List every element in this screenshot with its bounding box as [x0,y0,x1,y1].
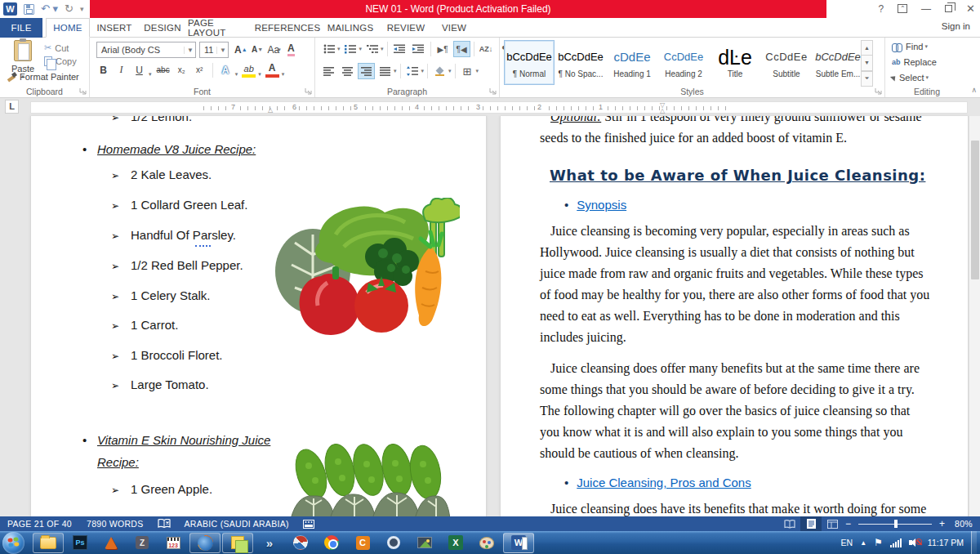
tab-references[interactable]: REFERENCES [255,18,320,38]
underline-button[interactable]: U [132,62,146,78]
zoom-in-button[interactable]: + [937,518,947,529]
list-item[interactable]: ➢1 Carrot. [111,318,178,332]
find-button[interactable]: Find▾ [892,42,928,51]
paragraph-dialog-launcher-icon[interactable] [489,87,497,96]
select-button[interactable]: Select▾ [892,73,929,83]
subscript-button[interactable]: x₂ [175,62,189,78]
network-signal-icon[interactable] [890,538,902,547]
left-to-right-button[interactable]: ▶¶ [434,41,452,57]
clock[interactable]: 11:17 PM [928,538,964,547]
strikethrough-button[interactable]: abc [156,62,171,78]
tab-design[interactable]: DESIGN [139,18,186,38]
synopsis-link[interactable]: Synopsis [577,198,626,212]
word-count[interactable]: 7890 WORDS [79,519,151,529]
spinach-image[interactable] [291,441,450,516]
align-left-button[interactable] [320,63,337,79]
body-paragraph-3[interactable]: Juice cleansing does have its benefits t… [540,498,930,516]
word-logo-icon[interactable]: W [3,2,17,16]
pros-cons-link[interactable]: Juice Cleansing, Pros and Cons [577,476,751,489]
proofing-errors-icon[interactable] [151,519,177,529]
bullet-list-button[interactable] [320,41,337,57]
align-right-button[interactable] [358,63,375,79]
ribbon-display-options-icon[interactable] [898,4,907,13]
zoom-slider-thumb[interactable] [894,520,898,528]
list-item[interactable]: ➢2 Kale Leaves. [111,168,212,181]
sort-button[interactable]: AZ↓ [478,41,495,57]
list-item[interactable]: ➢Handful Of Parsley. [111,228,236,242]
style-title[interactable]: dĿe Title [710,40,760,85]
zoom-slider[interactable] [858,516,932,531]
page-indicator[interactable]: PAGE 21 OF 40 [0,519,79,529]
input-language-indicator[interactable]: EN [841,538,853,547]
taskbar-sticky-notes-button[interactable] [222,533,253,553]
styles-scroll-down-icon[interactable]: ▼ [862,56,872,70]
shrink-font-button[interactable]: A▼ [251,42,265,57]
tab-insert[interactable]: INSERT [91,18,137,38]
style-heading1[interactable]: cDdEe Heading 1 [607,40,657,85]
font-name-combo[interactable]: Arial (Body CS▼ [96,42,196,58]
show-desktop-button[interactable] [971,531,977,554]
change-case-button[interactable]: Aa▾ [267,42,282,57]
align-center-button[interactable] [339,63,356,79]
taskbar-matlab-button[interactable] [96,532,127,553]
clipboard-dialog-launcher-icon[interactable] [79,87,87,96]
list-item[interactable]: ➢1 Celery Stalk. [111,288,211,302]
synopsis-link-row[interactable]: •Synopsis [564,198,626,212]
web-layout-button[interactable] [822,516,843,531]
multilevel-list-button[interactable] [363,41,381,57]
save-icon[interactable] [24,4,34,15]
style-normal[interactable]: bCcDdEe ¶ Normal [504,40,555,85]
close-button[interactable]: ✕ [966,2,975,15]
help-button[interactable]: ? [878,3,884,15]
vegetables-image[interactable] [270,198,460,338]
replace-button[interactable]: ab Replace [892,57,937,67]
font-size-combo[interactable]: 11▼ [199,42,229,58]
read-mode-button[interactable] [779,516,800,531]
start-button[interactable] [2,532,24,554]
tab-file[interactable]: FILE [0,18,42,38]
style-subtitle[interactable]: CcDdEe Subtitle [761,40,812,85]
body-paragraph-1[interactable]: Juice cleansing is becoming very popular… [540,221,930,348]
list-item[interactable]: ➢Large Tomato. [111,378,209,391]
tab-mailings[interactable]: MAILINGS [322,18,379,38]
copy-button[interactable]: Copy [44,56,77,66]
tab-review[interactable]: REVIEW [381,18,431,38]
customize-qat-icon[interactable]: ▾ [80,2,84,16]
section-heading[interactable]: What to be Aware of When Juice Cleansing… [550,167,925,184]
list-item[interactable]: ➢1 Broccoli Floret. [111,348,223,362]
styles-scroll-up-icon[interactable]: ▲ [862,41,872,56]
cut-button[interactable]: ✂ Cut [44,42,69,53]
taskbar-explorer-button[interactable] [33,533,64,553]
borders-button[interactable]: ⊞ [459,63,476,79]
tab-page-layout[interactable]: PAGE LAYOUT [188,18,253,38]
text-effects-button[interactable]: A [219,62,233,78]
line-spacing-button[interactable] [404,63,421,79]
format-painter-button[interactable]: Format Painter [7,72,79,82]
taskbar-idm-button[interactable]: C [347,532,378,553]
tab-view[interactable]: VIEW [433,18,475,38]
taskbar-mpc-button[interactable]: » [254,532,285,553]
body-paragraph-2[interactable]: Juice cleansing does offer many benefits… [540,358,930,464]
taskbar-word-button[interactable]: W [503,533,534,553]
style-heading2[interactable]: CcDdEe Heading 2 [658,40,709,85]
list-item[interactable]: ➢1 Collard Green Leaf. [111,198,247,212]
zoom-out-button[interactable]: − [843,518,853,529]
redo-icon[interactable]: ↻ [65,2,74,16]
numbered-list-button[interactable] [342,41,359,57]
recipe2-title-line1[interactable]: •Vitamin E Skin Nourishing Juice [82,433,270,447]
superscript-button[interactable]: x² [193,62,207,78]
taskbar-excel-button[interactable]: X [440,532,471,553]
taskbar-firefox-button[interactable] [189,533,220,553]
taskbar-paint-button[interactable] [471,532,502,553]
macro-record-icon[interactable] [296,520,321,529]
increase-indent-button[interactable] [410,41,427,57]
print-layout-button[interactable] [800,516,822,531]
tab-home[interactable]: HOME [46,18,90,38]
taskbar-ring-app-button[interactable] [378,532,409,553]
font-color-button[interactable]: A [265,62,279,78]
taskbar-utility-button[interactable]: Z [127,532,158,553]
bold-button[interactable]: B [96,62,110,78]
pros-cons-link-row[interactable]: •Juice Cleansing, Pros and Cons [564,476,751,489]
right-to-left-button[interactable]: ¶◀ [453,41,470,57]
minimize-button[interactable]: — [921,3,931,15]
